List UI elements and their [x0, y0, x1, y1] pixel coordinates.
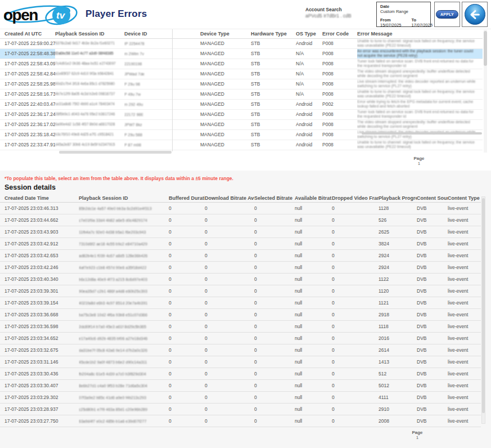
page-number[interactable]: 1 [402, 161, 436, 166]
scrollbar-thumb[interactable] [482, 198, 485, 413]
error-code-cell: P008 [322, 38, 357, 48]
table-row[interactable]: 17-07-2025 22:59:00.2715378c2a6 9d17 4b3… [0, 38, 483, 48]
table-row[interactable]: 17-07-2025 22:35:18.421b3c76f10 49e8 4d2… [0, 129, 483, 140]
playback-session-id-cell: 6a90e4d2 1c58 4f37 8b0d a6617028 [55, 119, 124, 129]
available-bitrate-cell: null [295, 249, 332, 261]
table-row[interactable]: 17-07-2025 23:03:39.1544021fa8d e6b3 4c9… [0, 297, 481, 308]
table-row[interactable]: 17-07-2025 22:58:16.7374b7e12f9 8a05 4c3… [0, 89, 483, 99]
column-header[interactable]: Device Type [200, 29, 251, 38]
table-row[interactable]: 17-07-2025 23:03:27.75063a9d4f7 e0c2 485… [0, 415, 481, 427]
column-header[interactable]: Device ID [124, 29, 200, 38]
to-value[interactable]: 17/07/2025 [412, 23, 433, 28]
column-header[interactable]: Buffered Duration [169, 194, 205, 202]
table-row[interactable]: 17-07-2025 22:36:17.0286a90e4d2 1c58 4f3… [0, 119, 483, 129]
error-code-cell: P008 [322, 59, 357, 69]
content-source-cell: DVB [417, 297, 448, 308]
available-bitrate-cell: null [295, 202, 332, 214]
hardware-type-cell: STB [251, 99, 296, 109]
table-row[interactable]: 17-07-2025 22:58:42.841a1e85f37 62c9 4d1… [0, 69, 483, 79]
buffered-duration-cell: 0 [169, 403, 205, 415]
column-header[interactable]: Content Type [448, 194, 481, 202]
column-header[interactable]: Error Message [357, 29, 483, 38]
column-header[interactable]: Playback Progress [379, 194, 417, 202]
content-type-cell: live-event [448, 273, 481, 285]
column-header[interactable]: Hardware Type [251, 29, 296, 38]
created-date-cell: 17-07-2025 23:03:42.246 [0, 261, 79, 273]
table-row[interactable]: 17-07-2025 23:03:28.937c25d80b1 e7f9 463… [0, 403, 481, 415]
content-type-cell: live-event [448, 214, 481, 226]
date-to-field[interactable]: To 17/07/2025 [412, 17, 433, 28]
table-row[interactable]: 17-07-2025 22:58:43.0977c4d91e2 0b36 48a… [0, 59, 483, 69]
selected-bitrate-cell: 0 [254, 202, 295, 214]
table-row[interactable]: 17-07-2025 23:03:40.340b6c12d8a 40e9 4f7… [0, 273, 481, 285]
back-button[interactable] [465, 4, 485, 25]
column-header[interactable]: Created At UTC [0, 29, 55, 38]
column-header[interactable]: Selected Bitrate [254, 194, 295, 202]
column-header[interactable]: Playback Session ID [55, 29, 124, 38]
column-header[interactable]: Available Bitrat.. [295, 194, 332, 202]
created-date-cell: 17-07-2025 23:03:27.750 [0, 415, 79, 427]
playback-progress-cell: 1118 [379, 320, 417, 332]
date-range-box[interactable]: Date Custom Range From 15/07/2025 To 17/… [376, 2, 431, 27]
column-header[interactable]: OS Type [296, 29, 322, 38]
content-source-cell: DVB [417, 249, 448, 261]
column-header[interactable]: Playback Session ID [79, 194, 169, 202]
column-header[interactable]: Error Code [322, 29, 357, 38]
table-row[interactable]: 17-07-2025 23:03:44.662c7e01f9a 33d4 4b8… [0, 214, 481, 226]
playback-session-id-cell: 4021fa8d e6b3 4c97 851d 20e7a4b391 [79, 297, 169, 308]
column-header[interactable]: Download Bitrate Avera.. [205, 194, 254, 202]
table-row[interactable]: 17-07-2025 23:03:36.5982dc89f14 b7a0 45e… [0, 320, 481, 332]
table-row[interactable]: 17-07-2025 23:03:39.30190ea35d7 c2b1 486… [0, 285, 481, 297]
date-range-value[interactable]: Custom Range [380, 9, 427, 14]
table-row[interactable]: 17-07-2025 23:03:29.30207f3a9e2 b85c 41d… [0, 391, 481, 403]
table-row[interactable]: 17-07-2025 23:03:43.90311fb4a7c 92e0 4d3… [0, 226, 481, 238]
content-type-cell: live-event [448, 261, 481, 273]
table-row[interactable]: 17-07-2025 22:33:47.915d45a2e87 30b6 4c1… [0, 140, 483, 150]
table-row[interactable]: 17-07-2025 23:03:42.2464af7e923 c1b8 457… [0, 261, 481, 273]
apply-button[interactable]: APPLY [436, 10, 458, 19]
buffered-duration-cell: 0 [169, 297, 205, 308]
scrollbar-thumb[interactable] [484, 31, 487, 66]
page-number[interactable]: 1 [400, 435, 434, 440]
from-value[interactable]: 15/07/2025 [380, 23, 402, 28]
dropped-frames-cell: 0 [332, 261, 379, 273]
session-vertical-scrollbar[interactable] [481, 196, 485, 424]
table-row[interactable]: 17-07-2025 22:36:17.24628f5b9c1 d043 4a7… [0, 109, 483, 119]
table-row[interactable]: 17-07-2025 23:03:30.436fb204a8c 61e5 4d3… [0, 368, 481, 379]
table-row[interactable]: 17-07-2025 23:03:32.675da31be7f 05c8 42a… [0, 344, 481, 356]
table-row[interactable]: 17-07-2025 23:03:34.652e17a40c6 d92b 483… [0, 332, 481, 344]
dropped-frames-cell: 0 [332, 332, 379, 344]
table-row[interactable]: 17-07-2025 23:03:42.9127310d6f2 ae18 4c5… [0, 238, 481, 249]
table-row[interactable]: 17-07-2025 22:58:48.385f2a6bc58 11e0 4c7… [0, 48, 483, 59]
column-header[interactable]: Created Date Time [0, 194, 79, 202]
column-header[interactable]: Dropped Video Fram.. [332, 194, 379, 202]
error-code-cell: P008 [322, 69, 357, 79]
selected-bitrate-cell: 0 [254, 332, 295, 344]
download-bitrate-cell: 0 [205, 297, 254, 308]
table-row[interactable]: 17-07-2025 23:03:36.668ba75c3e8 10d2 4f6… [0, 308, 481, 320]
os-type-cell: Android [296, 38, 322, 48]
playback-session-id-cell: d45a2e87 30b6 4c19 8e5f b2347915 [55, 140, 124, 150]
session-panel-horizontal-scrollbar[interactable] [59, 151, 172, 154]
error-code-cell: P008 [322, 119, 357, 129]
created-date-cell: 17-07-2025 23:03:39.301 [0, 285, 79, 297]
populate-note: *To populate this table, select an item … [4, 176, 233, 181]
account-search-value[interactable]: aPVcd5 Ir7dBr1 . cdB [305, 13, 352, 19]
table-row[interactable]: 17-07-2025 23:03:31.14645cde1b2 9a0f 487… [0, 356, 481, 368]
error-code-cell: P008 [322, 129, 357, 140]
error-message-cell: The video stream stopped unexpectedly: b… [357, 119, 483, 129]
dropped-frames-cell: 0 [332, 285, 379, 297]
device-id-cell: 22190198 [124, 59, 200, 69]
session-details-title: Session details [4, 183, 56, 191]
error-message-horizontal-scrollbar[interactable] [362, 132, 482, 135]
table-row[interactable]: 17-07-2025 22:58:25.98090d2c7b4 3f18 4e6… [0, 79, 483, 89]
errors-vertical-scrollbar[interactable] [484, 30, 487, 153]
table-row[interactable]: 17-07-2025 22:40:03.474ce31a8d6 75f2 4b9… [0, 99, 483, 109]
created-date-cell: 17-07-2025 23:03:44.662 [0, 214, 79, 226]
table-row[interactable]: 17-07-2025 23:03:42.653ad82b4e1 f039 4c6… [0, 249, 481, 261]
column-header[interactable]: Content Source [417, 194, 448, 202]
table-row[interactable]: 17-07-2025 23:03:46.31385b2dc1e 4a57 49e… [0, 202, 481, 214]
table-row[interactable]: 17-07-2025 23:03:30.4078e6b27d1 c4a0 9f5… [0, 379, 481, 391]
device-type-cell: MANAGED [200, 38, 251, 48]
date-from-field[interactable]: From 15/07/2025 [380, 17, 402, 28]
